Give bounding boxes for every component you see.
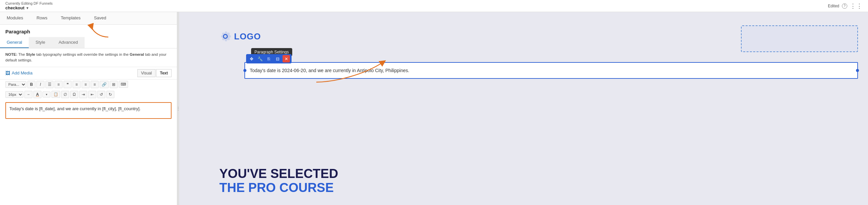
- element-toolbar: ✥ 🔧 ⎘ ⊟ ✕: [246, 54, 291, 63]
- add-media-icon: 🖼: [5, 70, 10, 76]
- move-handle[interactable]: ✥: [248, 55, 255, 62]
- columns-button[interactable]: ⊟: [274, 55, 281, 62]
- tab-templates[interactable]: Templates: [54, 12, 87, 24]
- top-bar-left: Currently Editing DF Funnels checkout ▾: [5, 1, 53, 10]
- dashed-box: [741, 25, 858, 52]
- preview-area: LOGO Paragraph Settings ✥ 🔧 ⎘ ⊟ ✕ Today'…: [179, 12, 868, 205]
- copy-button[interactable]: ⎘: [265, 55, 273, 62]
- dots-icon[interactable]: ⋮⋮: [850, 2, 863, 10]
- dropdown-icon[interactable]: ▾: [26, 6, 28, 10]
- tab-rows[interactable]: Rows: [30, 12, 54, 24]
- resize-handle-right[interactable]: [856, 69, 859, 72]
- right-panel: LOGO Paragraph Settings ✥ 🔧 ⎘ ⊟ ✕ Today'…: [179, 12, 868, 205]
- dropdown-arrow-button[interactable]: ▾: [42, 92, 51, 98]
- bold-button[interactable]: B: [27, 81, 35, 88]
- add-media-button[interactable]: 🖼 Add Media: [5, 70, 32, 76]
- note-text: NOTE: The Style tab typography settings …: [5, 53, 166, 62]
- add-media-label: Add Media: [12, 70, 32, 75]
- page-name: checkout: [5, 5, 24, 10]
- editing-label: Currently Editing DF Funnels: [5, 1, 53, 5]
- sub-tab-style[interactable]: Style: [29, 37, 52, 48]
- blockquote-button[interactable]: ❝: [64, 81, 71, 88]
- align-center-button[interactable]: ≡: [82, 81, 90, 88]
- minus-button[interactable]: −: [24, 91, 32, 98]
- link-button[interactable]: 🔗: [100, 81, 108, 88]
- big-heading: YOU'VE SELECTED THE PRO COURSE: [219, 167, 858, 195]
- help-icon[interactable]: ?: [842, 3, 847, 9]
- toolbar-row2: 16px − A ▾ 📋 ∅ Ω ⇥ ⇤ ↺ ↻: [0, 90, 177, 100]
- settings-button[interactable]: 🔧: [256, 55, 264, 62]
- logo-gear-icon: [219, 30, 231, 42]
- more-button[interactable]: ⊞: [110, 81, 118, 88]
- edited-status: Edited: [828, 4, 839, 8]
- resize-handle-left[interactable]: [243, 69, 246, 72]
- editor-content[interactable]: Today's date is [fl_date], and we are cu…: [5, 102, 172, 119]
- omega-button[interactable]: Ω: [70, 91, 78, 98]
- format-select[interactable]: Para...: [5, 81, 26, 88]
- tooltip-text: Paragraph Settings: [254, 50, 289, 55]
- text-tab[interactable]: Text: [156, 69, 172, 77]
- main-layout: Modules Rows Templates Saved Paragraph G…: [0, 12, 868, 205]
- add-media-bar: 🖼 Add Media Visual Text: [0, 67, 177, 79]
- tab-modules[interactable]: Modules: [0, 12, 30, 24]
- paste-button[interactable]: 📋: [52, 91, 60, 98]
- sub-tab-general[interactable]: General: [0, 37, 29, 48]
- close-button[interactable]: ✕: [282, 55, 290, 62]
- section-header: Paragraph: [0, 25, 177, 37]
- heading-line2: THE PRO COURSE: [219, 181, 858, 195]
- left-panel: Modules Rows Templates Saved Paragraph G…: [0, 12, 177, 205]
- toolbar-row1: Para... B I ☰ ≡ ❝ ≡ ≡ ≡ 🔗 ⊞ ⌨: [0, 79, 177, 90]
- panel-tabs: Modules Rows Templates Saved: [0, 12, 177, 25]
- sub-tab-advanced[interactable]: Advanced: [52, 37, 85, 48]
- orange-arrow-right: [313, 59, 386, 86]
- align-left-button[interactable]: ≡: [72, 81, 81, 88]
- sub-tabs: General Style Advanced: [0, 37, 177, 48]
- orange-arrow-left: [90, 25, 110, 39]
- logo-area: LOGO: [219, 30, 261, 42]
- redo-button[interactable]: ↻: [106, 91, 114, 98]
- tab-saved[interactable]: Saved: [87, 12, 113, 24]
- unordered-list-button[interactable]: ☰: [45, 81, 54, 88]
- section-title: Paragraph: [0, 25, 177, 37]
- italic-button[interactable]: I: [36, 81, 44, 88]
- outdent-button[interactable]: ⇤: [88, 91, 96, 98]
- indent-button[interactable]: ⇥: [79, 91, 87, 98]
- top-bar: Currently Editing DF Funnels checkout ▾ …: [0, 0, 868, 12]
- visual-tab[interactable]: Visual: [137, 69, 155, 77]
- font-size-select[interactable]: 16px: [5, 91, 23, 98]
- top-bar-right: Edited ? ⋮⋮: [828, 2, 863, 10]
- heading-line1: YOU'VE SELECTED: [219, 167, 858, 181]
- ordered-list-button[interactable]: ≡: [55, 81, 63, 88]
- note-bar: NOTE: The Style tab typography settings …: [0, 48, 177, 67]
- font-color-button[interactable]: A: [33, 91, 41, 98]
- logo-text: LOGO: [234, 31, 261, 42]
- keyboard-button[interactable]: ⌨: [119, 81, 128, 88]
- undo-button[interactable]: ↺: [97, 91, 105, 98]
- visual-text-tabs: Visual Text: [137, 69, 172, 77]
- align-right-button[interactable]: ≡: [91, 81, 99, 88]
- clear-format-button[interactable]: ∅: [61, 91, 69, 98]
